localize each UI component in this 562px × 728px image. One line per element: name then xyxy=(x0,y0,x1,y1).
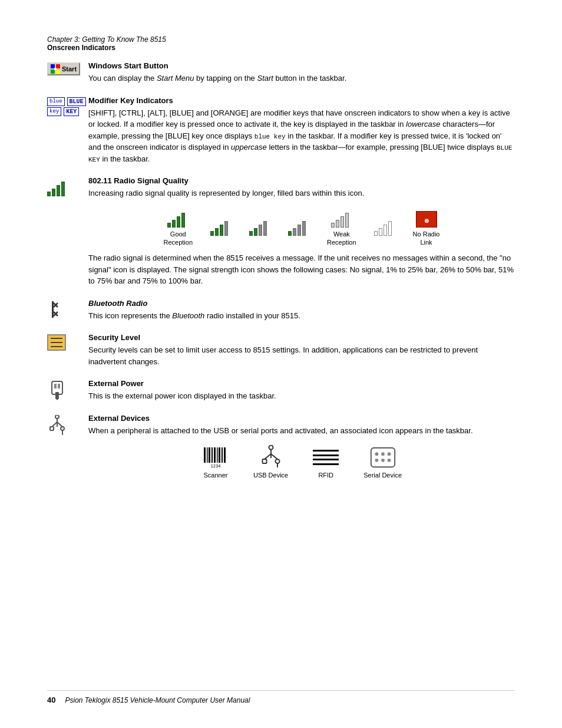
svg-point-46 xyxy=(381,459,385,462)
svg-rect-28 xyxy=(214,447,216,463)
signal-no-radio: ⊗ No RadioLink xyxy=(413,211,440,247)
svg-rect-21 xyxy=(50,427,54,430)
bar2 xyxy=(52,189,55,196)
3bar-2 xyxy=(215,228,219,236)
start-label: Start xyxy=(62,65,77,73)
2bar-label xyxy=(259,238,261,246)
security-content: Security Level Security levels can be se… xyxy=(88,333,515,371)
svg-rect-38 xyxy=(262,459,266,463)
svg-line-36 xyxy=(265,454,271,459)
ext-power-icon-area xyxy=(47,379,88,400)
chapter-line1: Chapter 3: Getting To Know The 8515 xyxy=(47,35,515,44)
rfid-line3 xyxy=(313,459,339,460)
good-bar4 xyxy=(181,213,185,228)
bluetooth-content: Bluetooth Radio This icon represents the… xyxy=(88,299,515,325)
ext-devices-section: External Devices When a peripheral is at… xyxy=(47,414,515,485)
svg-rect-32 xyxy=(224,447,226,463)
signal-3bar xyxy=(210,219,232,246)
security-body: Security levels can be set to limit user… xyxy=(88,344,515,367)
modifier-key-section: blue BLUE key KEY Modifier Key Indicator… xyxy=(47,96,515,169)
bluetooth-section: Bluetooth Radio This icon represents the… xyxy=(47,299,515,325)
windows-start-content: Windows Start Button You can display the… xyxy=(88,61,515,88)
svg-rect-15 xyxy=(55,392,59,399)
rfid-line4 xyxy=(313,463,339,465)
svg-rect-2 xyxy=(51,70,55,74)
weak2-bar1 xyxy=(374,231,378,236)
bluetooth-title: Bluetooth Radio xyxy=(88,299,515,308)
signal-2bar xyxy=(249,219,270,246)
bluetooth-body: This icon represents the Bluetooth radio… xyxy=(88,310,515,322)
footer-page-number: 40 xyxy=(47,696,55,704)
svg-rect-1 xyxy=(56,64,60,68)
svg-point-42 xyxy=(375,452,378,456)
3bar-4 xyxy=(224,221,228,236)
rfid-item: RFID xyxy=(312,446,340,479)
1bar-4 xyxy=(302,221,306,236)
svg-point-45 xyxy=(375,459,378,462)
svg-point-34 xyxy=(269,446,273,450)
signal-weak2 xyxy=(374,219,395,246)
radio-signal-icon-area xyxy=(47,176,88,196)
no-radio-icon: ⊗ xyxy=(416,211,437,228)
usb-icon-box xyxy=(257,446,285,469)
ext-devices-title: External Devices xyxy=(88,414,515,423)
good-bar2 xyxy=(172,220,176,228)
weak-bar4 xyxy=(345,213,349,228)
svg-text:⊗: ⊗ xyxy=(424,217,429,223)
signal-1bar xyxy=(288,219,309,246)
modifier-key-title: Modifier Key Indicators xyxy=(88,96,515,105)
modifier-key-icon: blue BLUE key KEY xyxy=(47,97,86,116)
windows-start-section: Start Windows Start Button You can displ… xyxy=(47,61,515,88)
bluetooth-icon xyxy=(47,300,60,319)
1bar-3 xyxy=(297,225,301,236)
chapter-line2: Onscreen Indicators xyxy=(47,44,515,52)
radio-signal-body2: The radio signal is determined when the … xyxy=(88,252,515,287)
1bar-2 xyxy=(293,228,296,236)
svg-rect-24 xyxy=(204,447,206,463)
page: Chapter 3: Getting To Know The 8515 Onsc… xyxy=(0,0,562,728)
svg-point-44 xyxy=(387,452,391,456)
rfid-line1 xyxy=(313,450,339,452)
rfid-icon xyxy=(313,447,339,468)
signal-weak: WeakReception xyxy=(327,211,356,247)
weak-bar2 xyxy=(336,220,339,228)
ext-power-body: This is the external power icon displaye… xyxy=(88,390,515,402)
good-bar3 xyxy=(177,216,180,228)
rfid-label: RFID xyxy=(318,472,333,479)
ext-power-title: External Power xyxy=(88,379,515,388)
mod-key-upper: KEY xyxy=(64,107,79,116)
1bar-1 xyxy=(288,231,292,236)
svg-rect-31 xyxy=(222,447,223,463)
security-section: Security Level Security levels can be se… xyxy=(47,333,515,371)
modifier-key-content: Modifier Key Indicators [SHIFT], [CTRL],… xyxy=(88,96,515,169)
bar4 xyxy=(61,182,65,196)
2bar-3 xyxy=(259,225,262,236)
weak2-bar2 xyxy=(379,228,382,236)
ext-devices-content: External Devices When a peripheral is at… xyxy=(88,414,515,485)
svg-rect-4 xyxy=(54,68,57,70)
signal-icons-row: GoodReception xyxy=(88,211,515,247)
3bar-label xyxy=(220,238,222,246)
modifier-key-icon-area: blue BLUE key KEY xyxy=(47,96,88,116)
svg-point-47 xyxy=(387,459,391,462)
bar3 xyxy=(57,185,60,196)
svg-rect-3 xyxy=(56,70,60,74)
svg-rect-27 xyxy=(211,447,213,463)
radio-signal-body1: Increasing radio signal quality is repre… xyxy=(88,187,515,199)
3bar-3 xyxy=(220,225,223,236)
windows-start-title: Windows Start Button xyxy=(88,61,515,70)
security-line1 xyxy=(51,338,62,339)
usb-icon xyxy=(259,445,283,470)
security-icon-area xyxy=(47,333,88,351)
2bar-1 xyxy=(249,231,253,236)
weak-bar3 xyxy=(340,216,344,228)
weak2-bar4 xyxy=(388,221,392,236)
svg-rect-0 xyxy=(51,64,55,68)
svg-rect-30 xyxy=(219,447,220,463)
security-title: Security Level xyxy=(88,333,515,342)
weak2-bar3 xyxy=(384,225,387,236)
svg-rect-13 xyxy=(54,384,57,388)
usb-item: USB Device xyxy=(253,446,288,479)
serial-label: Serial Device xyxy=(363,472,402,479)
svg-rect-14 xyxy=(58,384,60,388)
